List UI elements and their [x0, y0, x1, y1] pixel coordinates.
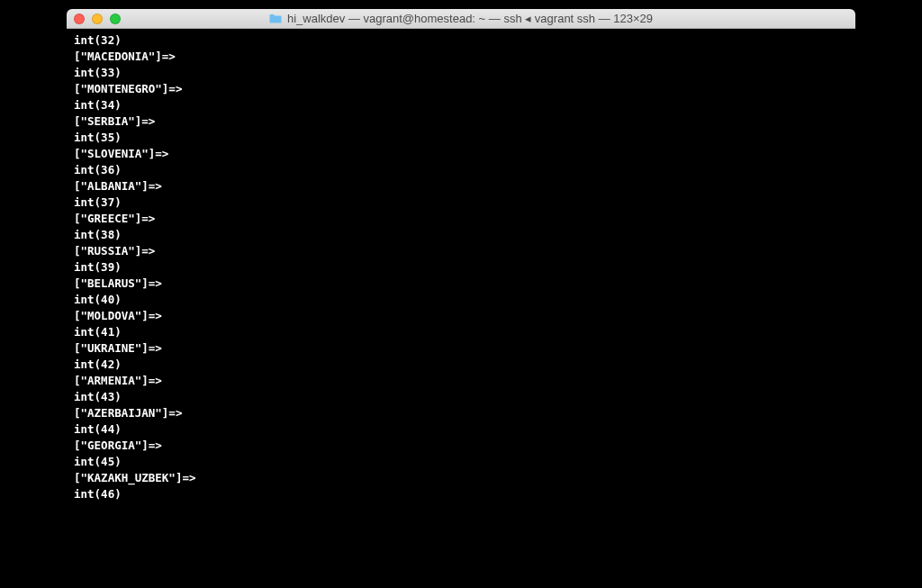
terminal-line: int(38) — [74, 227, 848, 243]
terminal-line: ["BELARUS"]=> — [74, 276, 848, 292]
terminal-line: int(41) — [74, 324, 848, 340]
terminal-line: int(43) — [74, 389, 848, 405]
traffic-lights — [74, 14, 121, 24]
terminal-line: ["SLOVENIA"]=> — [74, 146, 848, 162]
terminal-line: int(37) — [74, 194, 848, 211]
terminal-line: int(42) — [74, 357, 848, 373]
terminal-line: ["ALBANIA"]=> — [74, 178, 848, 194]
terminal-line: int(44) — [74, 421, 848, 438]
title-content: hi_walkdev — vagrant@homestead: ~ — ssh … — [67, 12, 855, 25]
terminal-line: ["GREECE"]=> — [74, 211, 848, 227]
terminal-line: ["GEORGIA"]=> — [74, 438, 848, 454]
terminal-line: ["RUSSIA"]=> — [74, 243, 848, 259]
terminal-line: ["SERBIA"]=> — [74, 113, 848, 130]
terminal-line: ["MACEDONIA"]=> — [74, 49, 848, 65]
terminal-line: ["UKRAINE"]=> — [74, 340, 848, 357]
terminal-line: ["AZERBAIJAN"]=> — [74, 405, 848, 421]
terminal-line: int(35) — [74, 130, 848, 146]
terminal-line: ["ARMENIA"]=> — [74, 373, 848, 389]
terminal-line: int(45) — [74, 454, 848, 470]
terminal-window: hi_walkdev — vagrant@homestead: ~ — ssh … — [67, 9, 855, 520]
terminal-line: int(34) — [74, 97, 848, 113]
terminal-line: int(32) — [74, 32, 848, 49]
zoom-button[interactable] — [110, 14, 121, 24]
terminal-line: ["MONTENEGRO"]=> — [74, 81, 848, 97]
terminal-line: int(40) — [74, 292, 848, 308]
terminal-line: int(39) — [74, 259, 848, 276]
title-bar: hi_walkdev — vagrant@homestead: ~ — ssh … — [67, 9, 855, 29]
minimize-button[interactable] — [92, 14, 103, 24]
window-title: hi_walkdev — vagrant@homestead: ~ — ssh … — [287, 12, 653, 25]
terminal-line: int(33) — [74, 65, 848, 81]
terminal-line: ["MOLDOVA"]=> — [74, 308, 848, 324]
terminal-line: ["KAZAKH_UZBEK"]=> — [74, 470, 848, 486]
terminal-line: int(46) — [74, 486, 848, 502]
terminal-body[interactable]: int(32)["MACEDONIA"]=>int(33)["MONTENEGR… — [67, 29, 855, 520]
terminal-line: int(36) — [74, 162, 848, 178]
close-button[interactable] — [74, 14, 85, 24]
folder-icon — [269, 14, 282, 23]
